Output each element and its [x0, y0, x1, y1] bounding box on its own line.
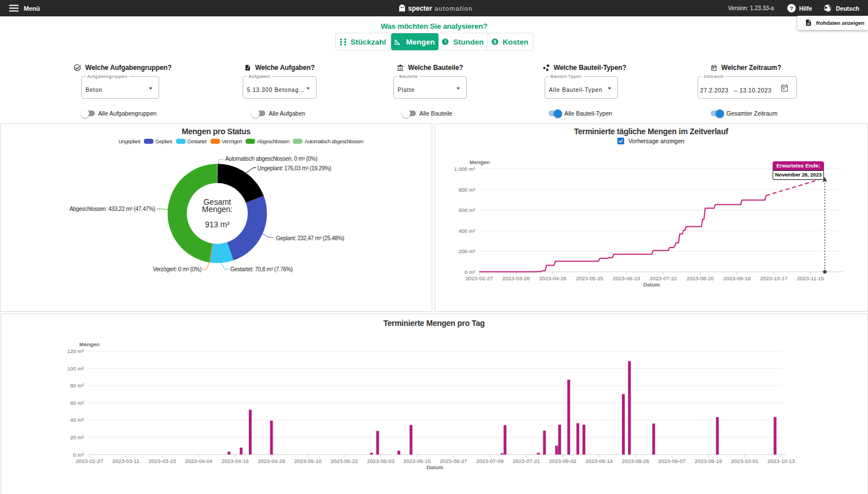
svg-text:2023-07-09: 2023-07-09	[476, 458, 503, 464]
svg-text:1.000 m³: 1.000 m³	[454, 166, 475, 172]
svg-text:2023-03-28: 2023-03-28	[502, 275, 529, 281]
svg-text:2023-04-28: 2023-04-28	[257, 458, 285, 464]
svg-text:Gestartet: 70,8 m³ (7.76%): Gestartet: 70,8 m³ (7.76%)	[230, 266, 293, 272]
svg-text:2023-05-22: 2023-05-22	[330, 458, 358, 464]
svg-text:Datum: Datum	[643, 281, 660, 288]
svg-text:600 m³: 600 m³	[458, 207, 475, 213]
svg-text:2023-09-19: 2023-09-19	[694, 458, 722, 464]
svg-text:Datum: Datum	[426, 464, 443, 470]
svg-text:Abgeschlossen: 433,22 m³ (47.4: Abgeschlossen: 433,22 m³ (47.47%)	[69, 206, 155, 212]
svg-text:2023-07-22: 2023-07-22	[649, 275, 677, 281]
svg-text:400 m³: 400 m³	[458, 227, 475, 233]
svg-text:2023-06-03: 2023-06-03	[367, 458, 394, 464]
svg-text:2023-08-26: 2023-08-26	[621, 458, 649, 464]
svg-text:$: $	[493, 39, 496, 45]
svg-text:800 m³: 800 m³	[458, 186, 475, 192]
svg-text:2023-04-04: 2023-04-04	[185, 458, 212, 464]
svg-text:2023-07-21: 2023-07-21	[512, 458, 540, 464]
svg-text:2023-08-20: 2023-08-20	[686, 275, 714, 281]
svg-text:2023-08-02: 2023-08-02	[549, 458, 576, 464]
svg-text:2023-06-27: 2023-06-27	[440, 458, 467, 464]
svg-text:Mengen: Mengen	[470, 158, 490, 165]
svg-text:913 m³: 913 m³	[205, 220, 230, 229]
svg-text:2023-02-27: 2023-02-27	[465, 275, 493, 281]
svg-text:?: ?	[790, 5, 793, 11]
svg-text:0 m³: 0 m³	[464, 268, 475, 275]
svg-text:200 m³: 200 m³	[458, 248, 475, 254]
svg-text:100 m³: 100 m³	[67, 365, 84, 372]
svg-text:2023-09-18: 2023-09-18	[723, 275, 751, 281]
svg-text:Ungeplant: 176,03 m³ (19.29%): Ungeplant: 176,03 m³ (19.29%)	[257, 165, 331, 171]
svg-text:2023-08-14: 2023-08-14	[585, 458, 613, 464]
svg-text:0 m³: 0 m³	[73, 452, 84, 458]
svg-text:2023-05-10: 2023-05-10	[294, 458, 322, 464]
svg-text:2023-09-07: 2023-09-07	[658, 458, 686, 464]
svg-text:60 m³: 60 m³	[70, 400, 84, 406]
svg-text:2023-06-23: 2023-06-23	[612, 275, 640, 281]
svg-text:Mengen: Mengen	[79, 341, 99, 347]
svg-text:2023-04-26: 2023-04-26	[539, 275, 567, 281]
svg-text:2023-10-17: 2023-10-17	[760, 275, 787, 281]
svg-text:120 m³: 120 m³	[67, 348, 84, 354]
svg-text:2023-04-16: 2023-04-16	[221, 458, 249, 464]
svg-text:Verzögert: 0 m³ (0%): Verzögert: 0 m³ (0%)	[153, 266, 201, 272]
svg-text:2023-03-11: 2023-03-11	[112, 458, 139, 464]
svg-text:2023-06-15: 2023-06-15	[403, 458, 431, 464]
svg-text:Automatisch abgeschlossen: 0 m: Automatisch abgeschlossen: 0 m³ (0%)	[225, 155, 317, 161]
svg-text:2023-02-27: 2023-02-27	[76, 458, 103, 464]
svg-text:20 m³: 20 m³	[70, 434, 84, 440]
svg-text:Mengen:: Mengen:	[202, 205, 233, 214]
svg-text:2023-10-13: 2023-10-13	[767, 458, 795, 464]
svg-text:2023-05-25: 2023-05-25	[576, 275, 603, 281]
svg-text:40 m³: 40 m³	[70, 417, 84, 423]
svg-text:2023-03-23: 2023-03-23	[148, 458, 176, 464]
svg-text:2023-11-15: 2023-11-15	[797, 275, 824, 281]
svg-text:80 m³: 80 m³	[70, 382, 84, 389]
svg-text:Geplant: 232,47 m³ (25.48%): Geplant: 232,47 m³ (25.48%)	[276, 235, 344, 241]
svg-text:2023-10-01: 2023-10-01	[731, 458, 759, 464]
